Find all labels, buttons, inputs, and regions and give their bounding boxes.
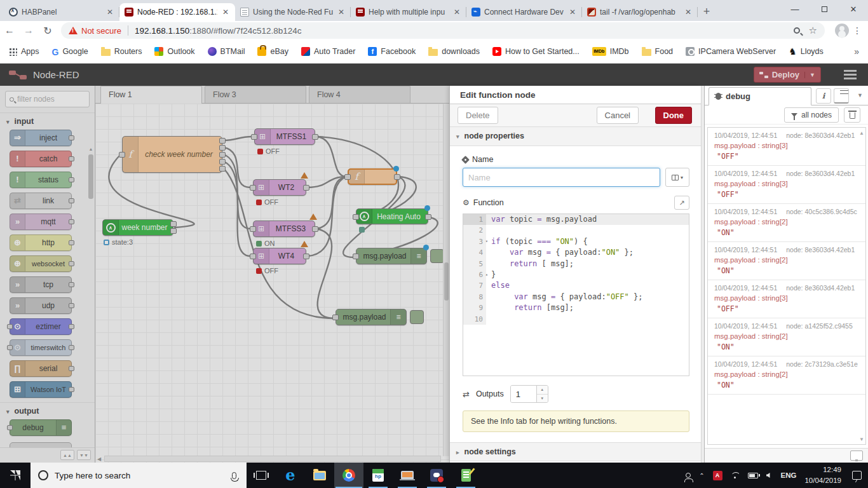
node-debug-msg-payload-2[interactable]: ≡ msg.payload	[336, 309, 407, 325]
scroll-left-icon[interactable]: ◀	[97, 456, 101, 462]
bookmark-facebook[interactable]: fFacebook	[368, 47, 416, 56]
tray-expand-icon[interactable]: ⌃	[699, 472, 704, 479]
palette-node-debug[interactable]: ≡debug	[10, 419, 72, 436]
node-week-number[interactable]: ∧ week number	[102, 219, 173, 236]
input-port[interactable]	[353, 254, 359, 259]
taskbar-notes-app[interactable]	[451, 463, 480, 488]
scroll-down-icon[interactable]: ▼	[859, 437, 864, 442]
maximize-button[interactable]	[810, 0, 839, 19]
collapse-all-button[interactable]: ▲▲	[60, 450, 74, 460]
sidebar-menu-caret-icon[interactable]: ▼	[857, 92, 863, 98]
new-tab-button[interactable]: +	[698, 3, 715, 21]
expand-editor-button[interactable]: ↗	[674, 196, 689, 210]
debug-message[interactable]: 10/04/2019, 12:44:51node: 8e3603d4.42eb1…	[708, 280, 865, 318]
palette-filter[interactable]	[5, 91, 90, 107]
bookmark-youtube[interactable]: How to Get Started...	[492, 47, 580, 56]
taskbar-hp-app[interactable]	[363, 463, 393, 488]
input-port[interactable]	[344, 174, 351, 180]
tab-debug[interactable]: debug	[709, 87, 811, 105]
tab-close-icon[interactable]: ✕	[452, 8, 461, 17]
taskbar-photos-app[interactable]	[393, 463, 422, 488]
input-port[interactable]	[250, 185, 256, 191]
start-button[interactable]	[0, 463, 31, 488]
forward-button[interactable]: →	[19, 25, 38, 36]
bookmark-ebay[interactable]: eBay	[257, 47, 288, 56]
node-function-selected[interactable]: f	[348, 168, 397, 185]
scrollbar-thumb[interactable]	[88, 154, 93, 199]
browser-menu-icon[interactable]: ⋮	[853, 29, 862, 32]
palette-section-input[interactable]: ▾input	[0, 112, 95, 130]
taskbar-discord[interactable]	[422, 463, 451, 488]
adobe-icon[interactable]: A	[713, 471, 722, 480]
node-wt2[interactable]: ⊞ WT2	[253, 179, 306, 196]
cancel-button[interactable]: Cancel	[597, 107, 639, 124]
main-menu-icon[interactable]	[844, 70, 857, 81]
expand-all-button[interactable]: ▼▼	[77, 450, 91, 460]
debug-message[interactable]: 10/04/2019, 12:44:51node: 2c73129a.c3e51…	[708, 356, 865, 395]
output-port[interactable]	[312, 226, 318, 232]
input-port[interactable]	[250, 254, 256, 259]
wifi-icon[interactable]	[731, 472, 740, 479]
input-port[interactable]	[332, 315, 339, 320]
deploy-button[interactable]: Deploy ▼	[754, 67, 821, 83]
bookmark-star-icon[interactable]: ☆	[809, 25, 817, 36]
palette-node-mqtt[interactable]: »mqtt	[10, 214, 72, 230]
name-options-button[interactable]: ▾	[665, 168, 689, 187]
flow-area[interactable]: f check week number ⊞ MTFSS1 OFF	[95, 104, 449, 463]
taskbar-chrome[interactable]	[334, 463, 363, 488]
output-port[interactable]	[425, 214, 431, 220]
language-indicator[interactable]: ENG	[781, 471, 797, 479]
palette-node-catch[interactable]: !catch	[10, 151, 72, 167]
filter-nodes-input[interactable]	[17, 95, 74, 104]
output-port[interactable]	[303, 254, 309, 259]
palette-node-http[interactable]: ⊕http	[10, 234, 72, 251]
output-port[interactable]	[219, 166, 226, 172]
taskbar-search[interactable]: Type here to search	[31, 463, 247, 488]
function-code-editor[interactable]: 1var topic = msg.payload23▾if (topic ===…	[463, 214, 689, 376]
done-button[interactable]: Done	[655, 107, 693, 124]
output-port[interactable]	[219, 152, 226, 158]
minimize-button[interactable]: —	[780, 0, 810, 19]
spin-down-icon[interactable]: ▼	[537, 395, 548, 403]
node-wt4[interactable]: ⊞ WT4	[253, 248, 306, 264]
close-button[interactable]: ✕	[839, 0, 868, 19]
people-icon[interactable]	[686, 473, 691, 478]
delete-button[interactable]: Delete	[458, 107, 498, 124]
info-tab-button[interactable]: i	[816, 88, 831, 104]
output-port[interactable]	[219, 159, 226, 165]
bookmark-google[interactable]: GGoogle	[52, 47, 88, 56]
scroll-up-icon[interactable]: ▲	[88, 147, 93, 151]
microphone-icon[interactable]	[232, 472, 236, 479]
palette-node-eztimer[interactable]: ⊙eztimer	[10, 318, 72, 335]
name-input[interactable]	[463, 168, 660, 187]
bookmark-outlook[interactable]: Outlook	[154, 47, 194, 56]
palette-node-timerswitch[interactable]: ⊙timerswitch	[10, 339, 72, 356]
bookmark-ipcamera[interactable]: IPCamera WebServer	[686, 47, 776, 56]
clock[interactable]: 12:49 10/04/2019	[804, 464, 841, 485]
node-check-week-number[interactable]: f check week number	[122, 136, 222, 173]
flow-canvas[interactable]: Flow 1 Flow 3 Flow 4	[95, 86, 449, 463]
bookmark-apps[interactable]: Apps	[9, 47, 39, 56]
debug-toggle-button[interactable]	[430, 249, 444, 263]
outputs-input[interactable]	[511, 386, 536, 402]
palette-scrollbar[interactable]: ▲	[88, 147, 94, 439]
scroll-up-icon[interactable]: ▲	[859, 130, 864, 136]
input-port[interactable]	[251, 134, 257, 140]
section-node-settings[interactable]: ▸node settings	[450, 442, 701, 461]
bookmark-food[interactable]: Food	[642, 47, 674, 56]
input-port[interactable]	[119, 152, 125, 158]
palette-node-websocket[interactable]: ⊕websocket	[10, 255, 72, 272]
tab-nodered-docs[interactable]: Using the Node-Red Fu ✕	[235, 3, 351, 21]
debug-tab-button[interactable]	[834, 88, 849, 104]
debug-filter-button[interactable]: all nodes	[784, 107, 839, 123]
clear-debug-button[interactable]	[844, 107, 860, 123]
tab-close-icon[interactable]: ✕	[337, 8, 346, 17]
tab-tail-log[interactable]: tail -f /var/log/openhab ✕	[582, 3, 698, 21]
input-port[interactable]	[250, 226, 256, 232]
scrollbar-thumb[interactable]	[444, 262, 449, 301]
battery-icon[interactable]	[748, 473, 758, 478]
section-node-properties[interactable]: ▾node properties	[450, 127, 701, 146]
open-window-icon[interactable]	[850, 451, 863, 461]
output-port[interactable]	[303, 185, 309, 191]
outputs-spinner[interactable]: ▲▼	[510, 385, 548, 403]
